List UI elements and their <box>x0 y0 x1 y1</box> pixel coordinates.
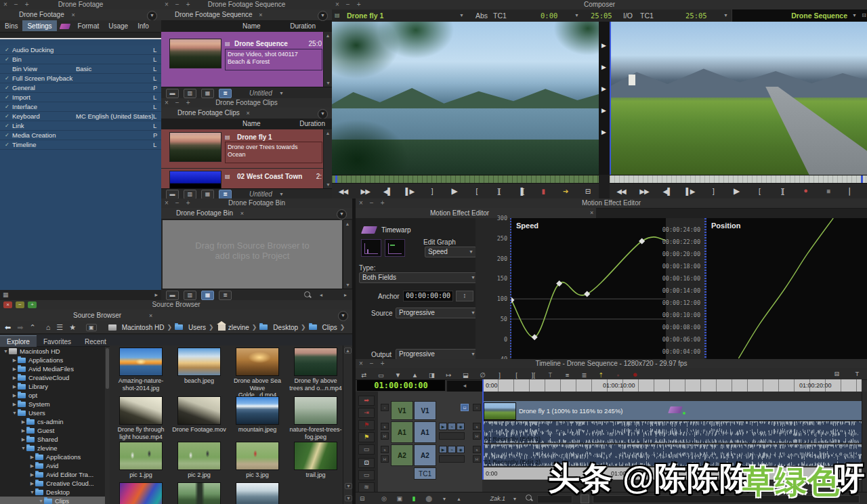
source-track-a2[interactable]: A2 <box>391 444 413 466</box>
tree-item-clips[interactable]: ▼Clips <box>0 497 105 504</box>
waveform-icon[interactable]: ≋ <box>358 482 375 492</box>
fast-menu-icon[interactable]: ▼ <box>338 311 348 321</box>
expand-icon[interactable]: ▶ <box>12 402 18 407</box>
mute-box[interactable]: H <box>381 432 389 440</box>
scroll-left-icon[interactable]: ◂ <box>320 292 322 298</box>
tree-item-macintosh-hd[interactable]: ▼Macintosh HD <box>0 347 105 356</box>
text-view-icon[interactable]: ▥ <box>184 190 196 199</box>
close-tab-icon[interactable]: × <box>247 110 250 117</box>
menu-icon[interactable]: ⊟ <box>360 495 365 502</box>
file-item[interactable] <box>229 482 286 504</box>
mute-box[interactable]: H <box>473 432 481 440</box>
expand-icon[interactable]: ▶ <box>29 472 35 478</box>
expand-icon[interactable]: ▶ <box>29 481 35 486</box>
expand-icon[interactable]: ▶ <box>12 393 18 398</box>
file-thumbnail[interactable] <box>119 396 163 425</box>
search-icon[interactable] <box>304 291 310 299</box>
fast-forward-icon[interactable]: ▶▶ <box>354 188 377 195</box>
mark-in-icon[interactable]: [ <box>465 188 488 195</box>
tree-item-avid-editor-tra-[interactable]: ▶Avid Editor Tra... <box>0 470 105 479</box>
file-item[interactable]: Drone Footage.mov <box>171 396 228 434</box>
frame-view-icon[interactable]: ▦ <box>201 89 214 98</box>
bin-view-preset[interactable]: Untitled <box>249 89 272 97</box>
composer-titlebar[interactable]: ×−+ Composer <box>332 0 867 10</box>
file-item[interactable]: trail.jpg <box>287 442 343 479</box>
breadcrumb-macintosh-hd[interactable]: Macintosh HD <box>122 324 165 331</box>
expand-icon[interactable]: ▶ <box>12 366 18 372</box>
resize-grid-icon[interactable]: ▦ <box>3 291 9 298</box>
maximize-icon[interactable]: + <box>25 0 29 9</box>
mark-out-icon[interactable]: ] <box>421 188 443 195</box>
gain-box[interactable] <box>439 432 465 440</box>
menu-icon[interactable]: ≡ <box>817 188 840 195</box>
close-tab-icon[interactable]: × <box>72 12 75 18</box>
brief-view-icon[interactable]: ▬ <box>166 190 179 199</box>
settings-row[interactable]: ✓GeneralP <box>0 83 161 93</box>
tree-scrollbar[interactable] <box>105 347 110 504</box>
column-name[interactable]: Name <box>242 120 261 127</box>
clip-menu-icon[interactable]: ▤ <box>335 9 340 22</box>
tree-item-avid[interactable]: ▶Avid <box>0 461 105 470</box>
minimize-icon[interactable]: − <box>346 0 350 9</box>
frame-icon[interactable]: ▭ <box>358 444 375 455</box>
play-icon[interactable]: ▶ <box>725 186 748 196</box>
back-icon[interactable]: ⬅ <box>5 323 11 332</box>
tree-item-cs-admin[interactable]: ▶cs-admin <box>0 417 105 426</box>
rewind-icon[interactable]: ◀◀ <box>610 188 633 195</box>
audio-auto-icon[interactable]: ◉ <box>457 423 465 430</box>
master-timecode[interactable]: 01:00:00:00 <box>357 380 445 391</box>
timewarp-effect-icon[interactable] <box>668 406 683 413</box>
green-clip-color-icon[interactable]: ▮ <box>412 495 415 502</box>
file-item[interactable]: Amazing-nature-shot-2014.jpg <box>112 348 169 392</box>
red-marker-icon[interactable]: ⚑ <box>358 420 375 430</box>
solo-box[interactable]: s <box>473 423 481 430</box>
file-item[interactable]: beach.jpeg <box>171 348 228 385</box>
tree-item-library[interactable]: ▶Library <box>0 382 105 391</box>
position-graph[interactable]: Position <box>706 218 867 359</box>
file-item[interactable]: nature-forest-trees-fog.jpeg <box>287 396 343 440</box>
overwrite-icon[interactable]: ▐[ <box>510 188 532 195</box>
render-icon[interactable]: ⬓ <box>457 369 474 381</box>
expand-icon[interactable]: ▶ <box>20 419 26 425</box>
speed-graph[interactable]: Speed <box>511 218 666 359</box>
file-item[interactable] <box>112 482 169 504</box>
tc-nav-box[interactable]: ◂ <box>446 380 483 392</box>
goto-next-edit-icon[interactable]: ➡ <box>358 396 375 406</box>
close-icon[interactable]: × <box>165 0 169 9</box>
close-icon[interactable]: × <box>3 0 7 9</box>
timeline-view-preset[interactable]: Zak.1 <box>490 495 505 502</box>
source-clip-name[interactable]: Drone fly 1 <box>347 9 383 22</box>
tree-item-opt[interactable]: ▶opt <box>0 391 105 400</box>
gain-box[interactable] <box>439 455 465 463</box>
source-browser-tab[interactable]: Source Browser <box>73 312 121 319</box>
close-icon[interactable]: × <box>359 198 363 208</box>
chevron-down-icon[interactable]: ▼ <box>852 9 857 22</box>
expand-icon[interactable]: ▶ <box>12 358 18 363</box>
sequence-clip-thumbnail[interactable] <box>169 39 221 68</box>
project-window-titlebar[interactable]: ×−+ Drone Footage <box>0 0 161 10</box>
mute-box[interactable]: H <box>381 455 389 463</box>
step-back-icon[interactable]: ◀▌ <box>656 188 679 195</box>
script-view-icon[interactable]: ≣ <box>219 89 232 98</box>
close-tab-icon[interactable]: × <box>259 12 262 18</box>
fast-menu-icon[interactable]: ▼ <box>318 109 328 119</box>
tab-recent[interactable]: Recent <box>78 336 113 348</box>
frame-view-icon[interactable]: ▦ <box>201 190 214 199</box>
minimize-icon[interactable]: − <box>370 359 374 368</box>
position-graph-preview-button[interactable] <box>385 239 405 257</box>
timeline-titlebar[interactable]: ×−+ Timeline - Drone Sequence - 1280x720… <box>356 359 867 369</box>
column-duration[interactable]: Duration <box>290 21 316 32</box>
cursor-icon[interactable]: ▏ <box>840 188 863 195</box>
script-view-icon[interactable]: ≣ <box>219 291 232 300</box>
tree-item-applications[interactable]: ▶Applications <box>0 356 105 364</box>
file-thumbnail[interactable] <box>294 396 337 425</box>
file-item[interactable]: pic 2.jpg <box>171 442 228 479</box>
chevron-down-icon[interactable]: ▼ <box>512 497 517 501</box>
audio-play-icon[interactable]: ▶ <box>439 446 447 453</box>
file-item[interactable]: Drone above Sea Wave Golde...d.mp4 <box>229 348 286 399</box>
mark-in-icon[interactable]: [ <box>748 188 771 195</box>
chevron-down-icon[interactable]: ▼ <box>442 497 447 501</box>
tree-item-guest[interactable]: ▶Guest <box>0 426 105 435</box>
brief-view-icon[interactable]: ▬ <box>166 89 179 98</box>
close-tab-icon[interactable]: × <box>149 312 152 319</box>
